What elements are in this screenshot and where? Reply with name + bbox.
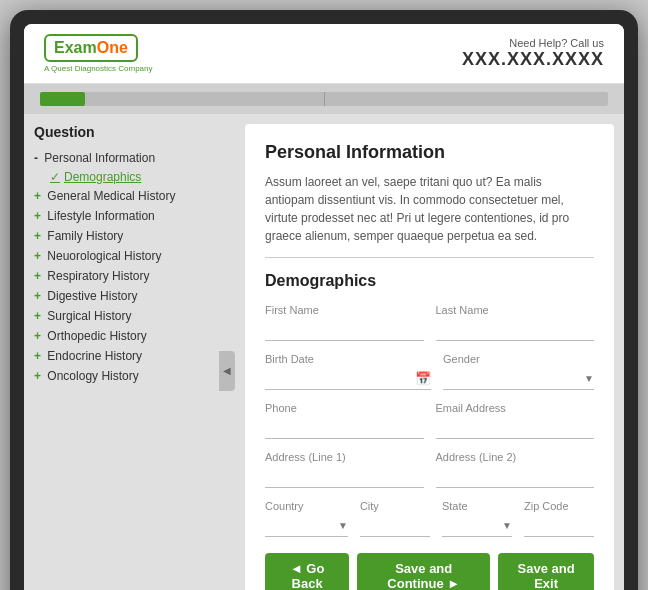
country-dropdown-icon: ▼ [338, 520, 348, 531]
gender-select[interactable]: Male Female [443, 367, 584, 389]
address2-label: Address (Line 2) [436, 451, 595, 463]
address2-field: Address (Line 2) [436, 451, 595, 488]
first-name-label: First Name [265, 304, 424, 316]
device-frame: ExamOne A Quest Diagnostics Company Need… [10, 10, 638, 590]
zip-label: Zip Code [524, 500, 594, 512]
logo-box: ExamOne [44, 34, 138, 62]
email-field: Email Address [436, 402, 595, 439]
birth-date-label: Birth Date [265, 353, 431, 365]
location-row: Country United States ▼ City [265, 500, 594, 537]
prefix-plus: + [34, 309, 41, 323]
first-name-field: First Name [265, 304, 424, 341]
prefix-plus: + [34, 189, 41, 203]
sidebar-item-label: Neuorological History [47, 249, 161, 263]
sidebar-item-label: Digestive History [47, 289, 137, 303]
phone-field: Phone [265, 402, 424, 439]
last-name-label: Last Name [436, 304, 595, 316]
birth-date-input[interactable] [265, 367, 415, 389]
state-select[interactable]: CA [442, 514, 502, 536]
sidebar-item-oncology[interactable]: + Oncology History [34, 366, 209, 386]
sidebar-title: Question [34, 124, 209, 140]
sidebar-item-label: Personal Information [44, 151, 155, 165]
section-description: Assum laoreet an vel, saepe tritani quo … [265, 173, 594, 245]
address1-input[interactable] [265, 465, 424, 488]
prefix-plus: + [34, 269, 41, 283]
gender-label: Gender [443, 353, 594, 365]
sidebar-item-label: Respiratory History [47, 269, 149, 283]
address2-input[interactable] [436, 465, 595, 488]
prefix-plus: + [34, 349, 41, 363]
country-select-wrapper: United States ▼ [265, 514, 348, 537]
form-panel: Personal Information Assum laoreet an ve… [245, 124, 614, 590]
state-dropdown-icon: ▼ [502, 520, 512, 531]
phone-label: Phone [265, 402, 424, 414]
progress-divider [324, 92, 325, 106]
save-continue-button[interactable]: Save and Continue ► [357, 553, 490, 590]
state-field: State CA ▼ [442, 500, 512, 537]
sidebar-item-digestive[interactable]: + Digestive History [34, 286, 209, 306]
country-select[interactable]: United States [265, 514, 338, 536]
prefix-plus: + [34, 209, 41, 223]
sidebar-item-label: Family History [47, 229, 123, 243]
zip-input[interactable] [524, 514, 594, 537]
sidebar-item-label: Lifestyle Information [47, 209, 154, 223]
progress-fill [40, 92, 85, 106]
prefix-plus: + [34, 369, 41, 383]
sidebar-item-label: Surgical History [47, 309, 131, 323]
prefix-plus: + [34, 249, 41, 263]
help-label: Need Help? Call us [462, 37, 604, 49]
address1-field: Address (Line 1) [265, 451, 424, 488]
sidebar-item-endocrine[interactable]: + Endocrine History [34, 346, 209, 366]
country-field: Country United States ▼ [265, 500, 348, 537]
sidebar-item-lifestyle[interactable]: + Lifestyle Information [34, 206, 209, 226]
sidebar-subitem-demographics[interactable]: ✓ Demographics [34, 168, 209, 186]
sidebar-item-orthopedic[interactable]: + Orthopedic History [34, 326, 209, 346]
first-name-input[interactable] [265, 318, 424, 341]
button-row: ◄ Go Back Save and Continue ► Save and E… [265, 553, 594, 590]
header: ExamOne A Quest Diagnostics Company Need… [24, 24, 624, 84]
progress-area [24, 84, 624, 114]
prefix-plus: + [34, 229, 41, 243]
sidebar-item-general-medical[interactable]: + General Medical History [34, 186, 209, 206]
sidebar-collapse-btn[interactable]: ◀ [219, 351, 235, 391]
save-exit-button[interactable]: Save and Exit [498, 553, 594, 590]
city-input[interactable] [360, 514, 430, 537]
sidebar-item-neurological[interactable]: + Neuorological History [34, 246, 209, 266]
screen: ExamOne A Quest Diagnostics Company Need… [24, 24, 624, 590]
main-content: Question - Personal Information ✓ Demogr… [24, 114, 624, 590]
country-label: Country [265, 500, 348, 512]
phone-input[interactable] [265, 416, 424, 439]
last-name-input[interactable] [436, 318, 595, 341]
phone-email-row: Phone Email Address [265, 402, 594, 439]
birthdate-gender-row: Birth Date 📅 Gender Male Female [265, 353, 594, 390]
state-select-wrapper: CA ▼ [442, 514, 512, 537]
logo-text: ExamOne [54, 39, 128, 56]
sidebar-item-label: Endocrine History [47, 349, 142, 363]
sidebar-item-label: Orthopedic History [47, 329, 146, 343]
zip-field: Zip Code [524, 500, 594, 537]
go-back-button[interactable]: ◄ Go Back [265, 553, 349, 590]
prefix-plus: + [34, 289, 41, 303]
sidebar-item-label: General Medical History [47, 189, 175, 203]
address-row: Address (Line 1) Address (Line 2) [265, 451, 594, 488]
sidebar-item-surgical[interactable]: + Surgical History [34, 306, 209, 326]
sidebar-subitem-label: Demographics [64, 170, 141, 184]
gender-dropdown-icon: ▼ [584, 373, 594, 384]
birth-date-field: Birth Date 📅 [265, 353, 431, 390]
section-title: Personal Information [265, 142, 594, 163]
birth-date-input-wrapper: 📅 [265, 367, 431, 390]
email-input[interactable] [436, 416, 595, 439]
name-row: First Name Last Name [265, 304, 594, 341]
city-field: City [360, 500, 430, 537]
gender-field: Gender Male Female ▼ [443, 353, 594, 390]
email-label: Email Address [436, 402, 595, 414]
progress-bar [40, 92, 608, 106]
logo-tagline: A Quest Diagnostics Company [44, 64, 153, 73]
calendar-icon[interactable]: 📅 [415, 371, 431, 386]
sidebar: Question - Personal Information ✓ Demogr… [34, 124, 209, 590]
sidebar-item-respiratory[interactable]: + Respiratory History [34, 266, 209, 286]
city-label: City [360, 500, 430, 512]
check-icon: ✓ [50, 170, 60, 184]
sidebar-item-personal-info[interactable]: - Personal Information [34, 148, 209, 168]
sidebar-item-family[interactable]: + Family History [34, 226, 209, 246]
